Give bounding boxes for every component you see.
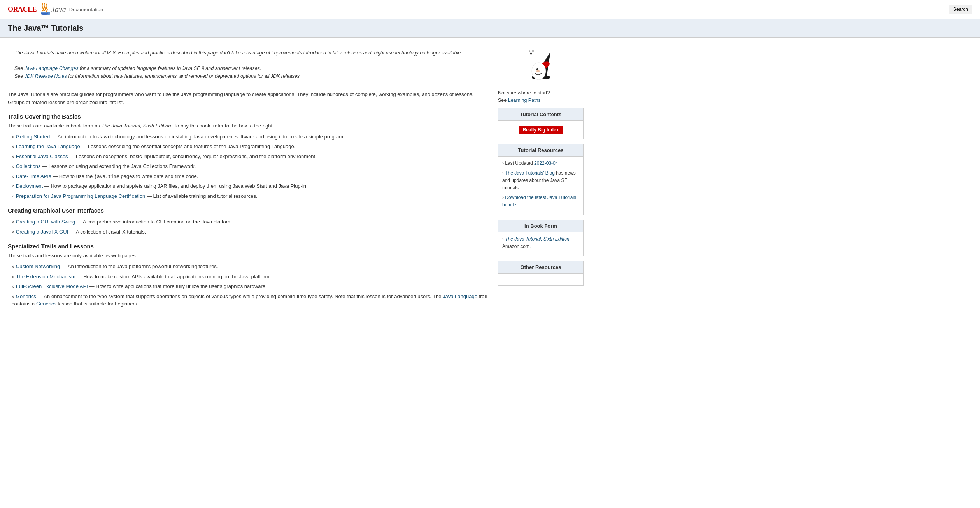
section3-heading: Specialized Trails and Lessons <box>8 243 490 250</box>
java-language-changes-link[interactable]: Java Language Changes <box>25 66 79 71</box>
section1-trail-list: Getting Started — An introduction to Jav… <box>8 132 490 201</box>
tutorial-resources-body: Last Updated 2022-03-04 The Java Tutoria… <box>498 157 583 215</box>
main-layout: The Java Tutorials have been written for… <box>0 38 591 315</box>
java-logo-area: Java <box>39 3 66 16</box>
section1-intro: These trails are available in book form … <box>8 123 490 129</box>
other-resources-header: Other Resources <box>498 261 583 274</box>
download-item: Download the latest Java Tutorials bundl… <box>502 194 579 209</box>
datetime-link[interactable]: Date-Time APIs <box>16 173 51 179</box>
svg-point-9 <box>532 50 534 52</box>
generics-lesson-link[interactable]: Generics <box>36 301 56 307</box>
learning-paths-link[interactable]: Learning Paths <box>508 98 541 103</box>
other-resources-body <box>498 274 583 285</box>
trail-item: Deployment — How to package applications… <box>12 181 490 191</box>
page-title: The Java™ Tutorials <box>8 24 83 32</box>
blog-item: The Java Tutorials' Blog has news and up… <box>502 169 579 192</box>
trail-item: Creating a JavaFX GUI — A collection of … <box>12 227 490 237</box>
trail-item: Getting Started — An introduction to Jav… <box>12 132 490 142</box>
search-area: Search <box>870 5 972 14</box>
java-blog-link[interactable]: The Java Tutorials' Blog <box>505 170 555 176</box>
svg-rect-0 <box>41 12 48 13</box>
documentation-text: Documentation <box>69 7 103 12</box>
download-bundle-link[interactable]: Download the latest Java Tutorials bundl… <box>502 195 576 208</box>
right-sidebar: Not sure where to start? See Learning Pa… <box>498 44 584 309</box>
search-input[interactable] <box>870 5 947 14</box>
header: ORACLE Java Documentation Search <box>0 0 980 19</box>
deployment-link[interactable]: Deployment <box>16 183 43 189</box>
essential-java-link[interactable]: Essential Java Classes <box>16 154 68 159</box>
section3-intro: These trails and lessons are only availa… <box>8 253 490 258</box>
tutorial-contents-body: Really Big Index <box>498 121 583 139</box>
networking-link[interactable]: Custom Networking <box>16 264 60 269</box>
notice-box: The Java Tutorials have been written for… <box>8 44 490 85</box>
book-link[interactable]: The Java Tutorial, Sixth Edition. <box>505 236 571 242</box>
trail-item: The Extension Mechanism — How to make cu… <box>12 272 490 282</box>
tutorial-resources-header: Tutorial Resources <box>498 144 583 157</box>
java-text: Java <box>51 5 66 14</box>
javafx-link[interactable]: Creating a JavaFX GUI <box>16 229 68 235</box>
fullscreen-link[interactable]: Full-Screen Exclusive Mode API <box>16 283 88 289</box>
last-updated-item: Last Updated 2022-03-04 <box>502 160 579 167</box>
notice-line1: The Java Tutorials have been written for… <box>14 50 462 56</box>
java-language-link[interactable]: Java Language <box>443 293 477 299</box>
in-book-form-body: The Java Tutorial, Sixth Edition. Amazon… <box>498 232 583 256</box>
content-area: The Java Tutorials have been written for… <box>8 44 490 309</box>
search-button[interactable]: Search <box>949 5 972 14</box>
in-book-form-header: In Book Form <box>498 220 583 232</box>
oracle-logo[interactable]: ORACLE <box>8 5 37 14</box>
trail-item: Preparation for Java Programming Languag… <box>12 191 490 201</box>
extension-link[interactable]: The Extension Mechanism <box>16 274 75 279</box>
trail-item: Essential Java Classes — Lessons on exce… <box>12 152 490 162</box>
notice-line3-suffix: for information about new features, enha… <box>67 73 301 79</box>
tutorial-resources-box: Tutorial Resources Last Updated 2022-03-… <box>498 144 584 215</box>
duke-mascot-image <box>521 44 560 87</box>
book-item: The Java Tutorial, Sixth Edition. Amazon… <box>502 236 579 250</box>
in-book-form-box: In Book Form The Java Tutorial, Sixth Ed… <box>498 220 584 256</box>
svg-point-8 <box>530 53 532 55</box>
getting-started-link[interactable]: Getting Started <box>16 134 50 140</box>
trail-item: Full-Screen Exclusive Mode API — How to … <box>12 281 490 292</box>
certification-link[interactable]: Preparation for Java Programming Languag… <box>16 193 145 199</box>
intro-text: The Java Tutorials are practical guides … <box>8 91 490 107</box>
section3-trail-list: Custom Networking — An introduction to t… <box>8 262 490 309</box>
svg-point-6 <box>536 68 537 69</box>
notice-line3-prefix: See <box>14 73 25 79</box>
svg-point-5 <box>536 68 538 70</box>
last-updated-link[interactable]: 2022-03-04 <box>534 161 558 166</box>
java-cup-icon <box>39 3 50 16</box>
duke-caption-area: Not sure where to start? See Learning Pa… <box>498 89 584 104</box>
tutorial-contents-box: Tutorial Contents Really Big Index <box>498 108 584 139</box>
logo-area: ORACLE Java Documentation <box>8 3 103 16</box>
svg-point-7 <box>536 70 540 72</box>
section2-trail-list: Creating a GUI with Swing — A comprehens… <box>8 217 490 237</box>
notice-line2-suffix: for a summary of updated language featur… <box>79 66 261 71</box>
tutorial-contents-header: Tutorial Contents <box>498 108 583 121</box>
collections-link[interactable]: Collections <box>16 163 41 169</box>
trail-item: Creating a GUI with Swing — A comprehens… <box>12 217 490 227</box>
section2-heading: Creating Graphical User Interfaces <box>8 207 490 214</box>
generics-link[interactable]: Generics <box>16 293 36 299</box>
duke-area: Not sure where to start? See Learning Pa… <box>498 44 584 104</box>
notice-line2-prefix: See <box>14 66 25 71</box>
duke-caption: Not sure where to start? <box>498 90 550 96</box>
trail-item: Date-Time APIs — How to use the java.tim… <box>12 171 490 182</box>
jdk-release-notes-link[interactable]: JDK Release Notes <box>25 73 67 79</box>
really-big-index-button[interactable]: Really Big Index <box>519 126 563 134</box>
trail-item: Custom Networking — An introduction to t… <box>12 262 490 272</box>
swing-link[interactable]: Creating a GUI with Swing <box>16 219 75 225</box>
learning-java-link[interactable]: Learning the Java Language <box>16 143 80 149</box>
trail-item: Generics — An enhancement to the type sy… <box>12 292 490 309</box>
title-bar: The Java™ Tutorials <box>0 19 980 38</box>
trail-item: Learning the Java Language — Lessons des… <box>12 141 490 152</box>
section1-heading: Trails Covering the Basics <box>8 113 490 120</box>
trail-item: Collections — Lessons on using and exten… <box>12 161 490 171</box>
svg-point-10 <box>529 51 531 52</box>
other-resources-box: Other Resources <box>498 261 584 286</box>
